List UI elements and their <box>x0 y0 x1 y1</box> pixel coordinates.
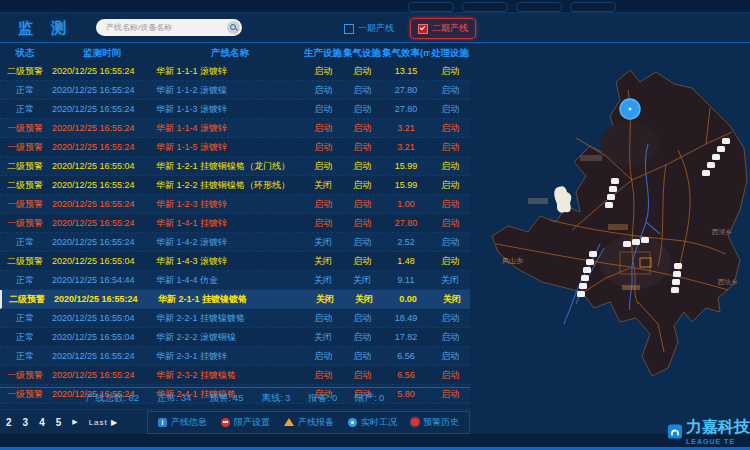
time-cell: 2020/12/25 16:55:04 <box>50 256 154 266</box>
efficiency-cell: 13.15 <box>382 66 430 76</box>
treatment-facility-cell: 启动 <box>430 217 470 230</box>
factory-marker[interactable] <box>579 283 587 289</box>
production-facility-cell: 启动 <box>304 217 342 230</box>
factory-marker[interactable] <box>611 178 619 184</box>
deco-tab <box>516 2 562 12</box>
efficiency-cell: 15.99 <box>382 180 430 190</box>
factory-marker[interactable] <box>623 241 631 247</box>
treatment-facility-cell: 启动 <box>430 179 470 192</box>
production-facility-cell: 启动 <box>304 369 342 382</box>
line-name-cell: 华新 1-2-3 挂镀锌 <box>154 198 304 211</box>
col-time: 监测时间 <box>50 47 154 60</box>
treatment-facility-cell: 启动 <box>430 331 470 344</box>
page-3[interactable]: 3 <box>23 417 29 428</box>
production-facility-cell: 关闭 <box>304 255 342 268</box>
summary-limited: 限产0 <box>355 392 384 405</box>
table-row[interactable]: 一级预警 2020/12/25 16:55:24 华新 1-2-3 挂镀锌 启动… <box>0 195 470 214</box>
table-row[interactable]: 正常 2020/12/25 16:54:44 华新 1-4-4 仿金 关闭 关闭… <box>0 271 470 290</box>
table-row[interactable]: 一级预警 2020/12/25 16:55:24 华新 1-1-4 滚镀锌 启动… <box>0 119 470 138</box>
table-row[interactable]: 正常 2020/12/25 16:55:04 华新 2-2-1 挂镀镍镀铬 启动… <box>0 309 470 328</box>
summary-reported: 报备0 <box>308 392 337 405</box>
line-name-cell: 华新 1-4-4 仿金 <box>154 274 304 287</box>
table-row[interactable]: 正常 2020/12/25 16:55:24 华新 1-1-2 滚镀镍 启动 启… <box>0 81 470 100</box>
table-row[interactable]: 正常 2020/12/25 16:55:24 华新 2-3-1 挂镀锌 启动 启… <box>0 347 470 366</box>
factory-marker[interactable] <box>607 194 615 200</box>
page-2[interactable]: 2 <box>6 417 12 428</box>
realtime-status-button[interactable]: 实时工况 <box>348 416 397 429</box>
status-cell: 一级预警 <box>0 369 50 382</box>
search-input[interactable] <box>96 23 227 32</box>
efficiency-cell: 1.00 <box>382 199 430 209</box>
status-cell: 正常 <box>0 350 50 363</box>
factory-marker[interactable] <box>673 271 681 277</box>
line-info-button[interactable]: 产线信息 <box>158 416 207 429</box>
factory-marker[interactable] <box>712 154 720 160</box>
summary-bar: 产线总数82 正常34 预警45 离线3 报备0 限产0 <box>0 387 470 408</box>
factory-marker[interactable] <box>632 239 640 245</box>
factory-marker[interactable] <box>586 259 594 265</box>
treatment-facility-cell: 启动 <box>430 312 470 325</box>
district-map[interactable]: 凤山乡 西湖乡 西坑乡 <box>480 52 750 397</box>
treatment-facility-cell: 启动 <box>430 350 470 363</box>
time-cell: 2020/12/25 16:55:24 <box>50 180 154 190</box>
phase1-checkbox[interactable]: 一期产线 <box>344 22 394 35</box>
page-5[interactable]: 5 <box>56 417 62 428</box>
gas-facility-cell: 启动 <box>342 122 382 135</box>
factory-marker[interactable] <box>672 279 680 285</box>
last-page-button[interactable]: Last ▶ <box>89 418 119 427</box>
status-cell: 二级预警 <box>0 160 50 173</box>
line-name-cell: 华新 2-3-2 挂镀镍铬 <box>154 369 304 382</box>
warning-history-button[interactable]: 预警历史 <box>411 416 459 429</box>
table-row[interactable]: 二级预警 2020/12/25 16:55:04 华新 1-4-3 滚镀锌 关闭… <box>0 252 470 271</box>
table-row[interactable]: 正常 2020/12/25 16:55:04 华新 2-2-2 滚镀铜镍 关闭 … <box>0 328 470 347</box>
search-box[interactable] <box>96 19 242 36</box>
time-cell: 2020/12/25 16:55:04 <box>50 161 154 171</box>
factory-marker[interactable] <box>671 287 679 293</box>
factory-marker[interactable] <box>583 267 591 273</box>
efficiency-cell: 17.82 <box>382 332 430 342</box>
table-row[interactable]: 正常 2020/12/25 16:55:24 华新 1-1-3 滚镀锌 启动 启… <box>0 100 470 119</box>
table-row[interactable]: 一级预警 2020/12/25 16:55:24 华新 1-4-1 挂镀锌 启动… <box>0 214 470 233</box>
efficiency-cell: 9.11 <box>382 275 430 285</box>
next-page-icon[interactable]: ▶ <box>72 418 77 426</box>
line-name-cell: 华新 1-1-5 滚镀锌 <box>154 141 304 154</box>
factory-marker[interactable] <box>722 138 730 144</box>
factory-marker[interactable] <box>605 202 613 208</box>
efficiency-cell: 18.49 <box>382 313 430 323</box>
factory-marker[interactable] <box>641 237 649 243</box>
factory-marker[interactable] <box>581 275 589 281</box>
treatment-facility-cell: 启动 <box>430 84 470 97</box>
efficiency-cell: 27.80 <box>382 104 430 114</box>
table-row[interactable]: 二级预警 2020/12/25 16:55:24 华新 1-2-2 挂镀铜镍铬（… <box>0 176 470 195</box>
status-cell: 二级预警 <box>0 255 50 268</box>
factory-marker[interactable] <box>717 146 725 152</box>
table-row[interactable]: 一级预警 2020/12/25 16:55:24 华新 2-3-2 挂镀镍铬 启… <box>0 366 470 385</box>
factory-marker[interactable] <box>674 263 682 269</box>
efficiency-cell: 27.80 <box>382 85 430 95</box>
table-row[interactable]: 一级预警 2020/12/25 16:55:24 华新 1-1-5 滚镀锌 启动… <box>0 138 470 157</box>
limit-settings-button[interactable]: 限产设置 <box>221 416 270 429</box>
table-row[interactable]: 二级预警 2020/12/25 16:55:04 华新 1-2-1 挂镀铜镍铬（… <box>0 157 470 176</box>
gas-facility-cell: 启动 <box>342 198 382 211</box>
treatment-facility-cell: 启动 <box>430 255 470 268</box>
col-gas: 集气设施 <box>342 47 382 60</box>
factory-marker[interactable] <box>609 186 617 192</box>
table-row[interactable]: 二级预警 2020/12/25 16:55:24 华新 2-1-1 挂镀镍镀铬 … <box>0 290 470 309</box>
checked-checkbox-icon[interactable] <box>418 24 428 34</box>
factory-marker[interactable] <box>589 251 597 257</box>
summary-offline: 离线3 <box>261 392 290 405</box>
factory-marker[interactable] <box>577 291 585 297</box>
factory-marker[interactable] <box>702 170 710 176</box>
treatment-facility-cell: 启动 <box>430 369 470 382</box>
search-icon[interactable] <box>227 21 240 34</box>
checkbox-icon[interactable] <box>344 24 354 34</box>
time-cell: 2020/12/25 16:55:24 <box>50 85 154 95</box>
factory-marker[interactable] <box>707 162 715 168</box>
table-row[interactable]: 二级预警 2020/12/25 16:55:24 华新 1-1-1 滚镀锌 启动… <box>0 62 470 81</box>
town-label: 西坑乡 <box>717 278 738 286</box>
phase2-button[interactable]: 二期产线 <box>410 18 476 39</box>
efficiency-cell: 15.99 <box>382 161 430 171</box>
page-4[interactable]: 4 <box>39 417 45 428</box>
line-report-button[interactable]: 产线报备 <box>284 416 334 429</box>
table-row[interactable]: 正常 2020/12/25 16:55:24 华新 1-4-2 滚镀锌 关闭 启… <box>0 233 470 252</box>
